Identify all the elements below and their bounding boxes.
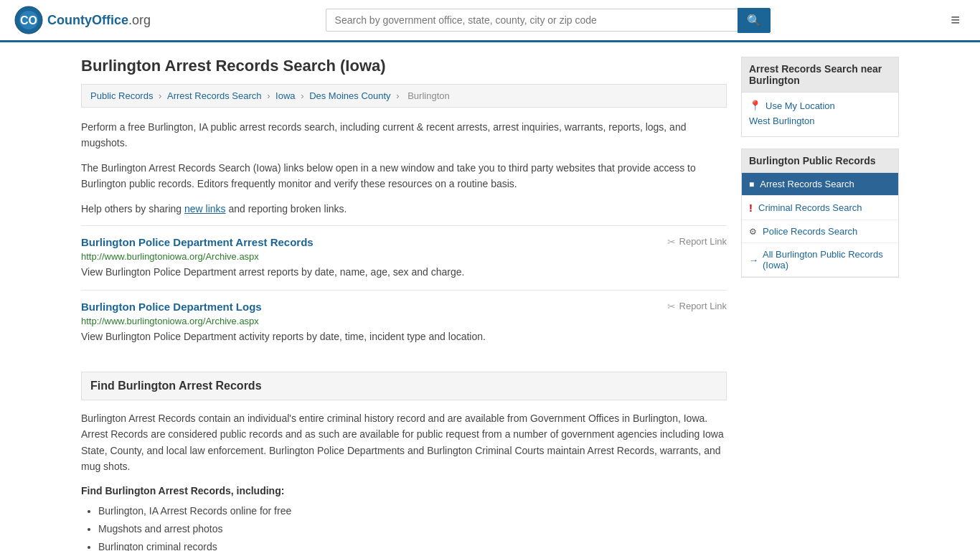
resource-url-1[interactable]: http://www.burlingtoniowa.org/Archive.as…	[81, 251, 727, 262]
sidebar-item-all-records[interactable]: → All Burlington Public Records (Iowa)	[742, 243, 898, 277]
sidebar-near-body: 📍 Use My Location West Burlington	[741, 93, 899, 137]
list-item: Burlington, IA Arrest Records online for…	[98, 502, 727, 520]
list-item: Burlington criminal records	[98, 538, 727, 551]
find-section: Find Burlington Arrest Records Burlingto…	[81, 372, 727, 551]
resource-item-2: Burlington Police Department Logs ✂ Repo…	[81, 290, 727, 354]
sidebar-item-criminal-records[interactable]: ! Criminal Records Search	[742, 196, 898, 220]
use-my-location-link[interactable]: 📍 Use My Location	[749, 100, 891, 111]
content-area: Burlington Arrest Records Search (Iowa) …	[81, 57, 727, 551]
breadcrumb: Public Records › Arrest Records Search ›…	[81, 84, 727, 108]
resource-header-2: Burlington Police Department Logs ✂ Repo…	[81, 301, 727, 313]
report-icon-1: ✂	[667, 236, 676, 248]
resource-desc-2: View Burlington Police Department activi…	[81, 329, 727, 344]
logo-text: CountyOffice.org	[47, 13, 151, 28]
criminal-records-icon: !	[749, 202, 753, 214]
sidebar-item-police-records[interactable]: ⚙ Police Records Search	[742, 220, 898, 243]
new-links-link[interactable]: new links	[184, 203, 226, 215]
sidebar-public-records-section: Burlington Public Records ■ Arrest Recor…	[741, 149, 899, 278]
nearby-city-west-burlington[interactable]: West Burlington	[749, 116, 891, 126]
resource-title-2[interactable]: Burlington Police Department Logs	[81, 301, 262, 313]
report-link-2[interactable]: ✂ Report Link	[667, 301, 727, 312]
breadcrumb-arrest-records[interactable]: Arrest Records Search	[167, 90, 262, 101]
logo-icon: CO	[14, 6, 43, 34]
police-records-icon: ⚙	[749, 227, 757, 237]
resource-desc-1: View Burlington Police Department arrest…	[81, 265, 727, 280]
sidebar-item-arrest-records[interactable]: ■ Arrest Records Search	[742, 173, 898, 196]
description-1: Perform a free Burlington, IA public arr…	[81, 119, 727, 151]
find-section-desc: Burlington Arrest Records contain an ind…	[81, 410, 727, 475]
find-subtitle: Find Burlington Arrest Records, includin…	[81, 485, 727, 496]
search-icon: 🔍	[747, 14, 761, 27]
find-section-title: Find Burlington Arrest Records	[81, 372, 727, 400]
public-records-list: ■ Arrest Records Search ! Criminal Recor…	[741, 173, 899, 278]
sidebar: Arrest Records Search near Burlington 📍 …	[741, 57, 899, 551]
arrest-records-icon: ■	[749, 179, 754, 189]
list-item: Mugshots and arrest photos	[98, 520, 727, 538]
breadcrumb-des-moines-county[interactable]: Des Moines County	[309, 90, 390, 101]
all-records-arrow-icon: →	[749, 255, 758, 265]
header-right: ≡	[945, 8, 966, 32]
resource-item-1: Burlington Police Department Arrest Reco…	[81, 225, 727, 290]
resource-url-2[interactable]: http://www.burlingtoniowa.org/Archive.as…	[81, 316, 727, 326]
sidebar-public-records-title: Burlington Public Records	[741, 149, 899, 173]
report-link-1[interactable]: ✂ Report Link	[667, 236, 727, 248]
find-list: Burlington, IA Arrest Records online for…	[81, 502, 727, 551]
page-title: Burlington Arrest Records Search (Iowa)	[81, 57, 727, 75]
sidebar-near-section: Arrest Records Search near Burlington 📍 …	[741, 57, 899, 137]
resource-header-1: Burlington Police Department Arrest Reco…	[81, 236, 727, 248]
site-header: CO CountyOffice.org 🔍 ≡	[0, 0, 980, 42]
search-button[interactable]: 🔍	[738, 8, 771, 33]
breadcrumb-public-records[interactable]: Public Records	[90, 90, 153, 101]
svg-text:CO: CO	[20, 14, 37, 27]
search-area: 🔍	[326, 8, 771, 33]
sidebar-near-title: Arrest Records Search near Burlington	[741, 57, 899, 93]
logo[interactable]: CO CountyOffice.org	[14, 6, 151, 34]
search-input[interactable]	[326, 9, 738, 32]
location-icon: 📍	[749, 100, 761, 111]
resource-title-1[interactable]: Burlington Police Department Arrest Reco…	[81, 236, 314, 248]
description-2: The Burlington Arrest Records Search (Io…	[81, 160, 727, 192]
breadcrumb-iowa[interactable]: Iowa	[275, 90, 295, 101]
breadcrumb-burlington: Burlington	[407, 90, 450, 101]
report-icon-2: ✂	[667, 301, 676, 312]
menu-icon: ≡	[951, 11, 960, 29]
main-content: Burlington Arrest Records Search (Iowa) …	[67, 42, 913, 551]
description-3: Help others by sharing new links and rep…	[81, 201, 727, 217]
hamburger-menu-button[interactable]: ≡	[945, 8, 966, 32]
